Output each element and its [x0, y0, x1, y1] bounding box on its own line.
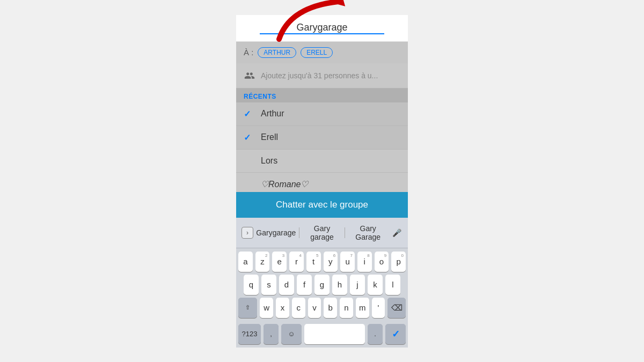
to-label: À :: [244, 48, 253, 57]
svg-marker-0: [330, 0, 348, 6]
key-g[interactable]: g: [314, 275, 330, 295]
main-panel: À : ARTHUR ERELL Ajoutez jusqu'à 31 pers…: [236, 42, 408, 348]
key-d[interactable]: d: [279, 275, 294, 295]
period-key[interactable]: .: [368, 324, 383, 344]
key-u[interactable]: u7: [340, 252, 355, 272]
contact-item-arthur[interactable]: ✓ Arthur: [236, 102, 408, 126]
add-people-icon: [244, 70, 255, 82]
key-p[interactable]: p0: [391, 252, 406, 272]
add-people-row[interactable]: Ajoutez jusqu'à 31 personnes à u...: [236, 63, 408, 88]
key-t[interactable]: t5: [306, 252, 321, 272]
key-row-1: a z2 e3 r4 t5 y6 u7 i8 o9 p0: [238, 252, 406, 272]
key-w[interactable]: w: [260, 298, 273, 318]
title-area: [236, 15, 408, 42]
key-v[interactable]: v: [308, 298, 321, 318]
key-a[interactable]: a: [238, 252, 253, 272]
key-f[interactable]: f: [297, 275, 312, 295]
key-e[interactable]: e3: [272, 252, 287, 272]
key-o[interactable]: o9: [375, 252, 389, 272]
suggestion-0[interactable]: Garygarage: [255, 226, 297, 239]
chip-erell[interactable]: ERELL: [301, 47, 333, 58]
suggestion-1[interactable]: Gary garage: [302, 222, 343, 243]
check-key[interactable]: ✓: [385, 324, 406, 344]
key-q[interactable]: q: [244, 275, 259, 295]
key-z[interactable]: z2: [255, 252, 270, 272]
suggestions-row: › Garygarage Gary garage Gary Garage 🎤: [236, 218, 408, 248]
key-x[interactable]: x: [276, 298, 289, 318]
contact-name-erell: Erell: [261, 132, 278, 142]
keys-area: a z2 e3 r4 t5 y6 u7 i8 o9 p0 q s: [236, 248, 408, 322]
emoji-key[interactable]: ☺: [281, 324, 302, 344]
contact-item-romane[interactable]: ♡Romane♡: [236, 173, 408, 192]
suggestion-divider-1: [299, 227, 299, 238]
key-i[interactable]: i8: [357, 252, 372, 272]
suggestion-2[interactable]: Gary Garage: [347, 222, 389, 243]
key-l[interactable]: l: [385, 275, 400, 295]
contact-name-romane: ♡Romane♡: [261, 179, 308, 189]
chip-arthur[interactable]: ARTHUR: [258, 47, 296, 58]
group-name-input[interactable]: [260, 22, 384, 34]
delete-key[interactable]: ⌫: [387, 298, 406, 318]
key-y[interactable]: y6: [324, 252, 338, 272]
comma-key[interactable]: ,: [264, 324, 279, 344]
to-row: À : ARTHUR ERELL: [236, 42, 408, 63]
check-icon-erell: ✓: [244, 132, 254, 143]
bottom-key-row: ?123 , ☺ . ✓: [236, 322, 408, 348]
shift-key[interactable]: ⇧: [238, 298, 257, 318]
key-h[interactable]: h: [332, 275, 347, 295]
key-s[interactable]: s: [261, 275, 276, 295]
key-m[interactable]: m: [356, 298, 369, 318]
key-k[interactable]: k: [368, 275, 383, 295]
microphone-icon[interactable]: 🎤: [391, 228, 402, 237]
contact-item-lors[interactable]: Lors: [236, 150, 408, 173]
suggestion-divider-2: [345, 227, 345, 238]
recents-label: RÉCENTS: [236, 88, 408, 102]
expand-suggestions-button[interactable]: ›: [241, 227, 253, 239]
chat-button[interactable]: Chatter avec le groupe: [236, 192, 408, 218]
key-n[interactable]: n: [340, 298, 353, 318]
keyboard: › Garygarage Gary garage Gary Garage 🎤 a…: [236, 218, 408, 348]
key-apostrophe[interactable]: ': [372, 298, 385, 318]
key-r[interactable]: r4: [289, 252, 304, 272]
key-c[interactable]: c: [292, 298, 305, 318]
num-key[interactable]: ?123: [238, 324, 261, 344]
key-row-3: ⇧ w x c v b n m ' ⌫: [238, 298, 406, 318]
phone-container: À : ARTHUR ERELL Ajoutez jusqu'à 31 pers…: [236, 15, 408, 348]
add-placeholder-text: Ajoutez jusqu'à 31 personnes à u...: [261, 71, 378, 80]
check-icon-arthur: ✓: [244, 109, 254, 119]
key-b[interactable]: b: [324, 298, 337, 318]
contact-name-lors: Lors: [261, 156, 277, 166]
contact-item-erell[interactable]: ✓ Erell: [236, 126, 408, 150]
key-j[interactable]: j: [350, 275, 365, 295]
key-row-2: q s d f g h j k l: [238, 275, 406, 295]
space-key[interactable]: [304, 324, 365, 344]
contact-name-arthur: Arthur: [261, 109, 284, 119]
contact-list: ✓ Arthur ✓ Erell Lors ♡Romane♡: [236, 102, 408, 192]
